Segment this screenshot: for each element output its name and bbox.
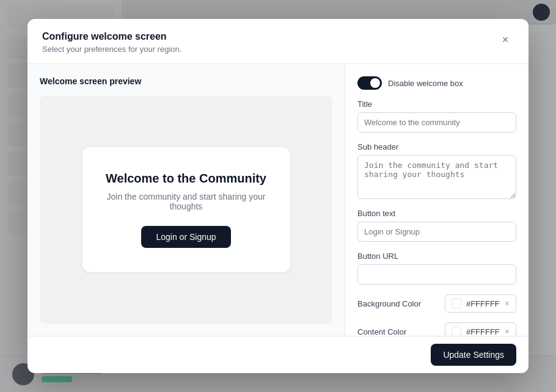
button-url-input[interactable] <box>357 264 516 285</box>
toggle-label: Disable welcome box <box>388 79 463 88</box>
content-color-input-wrap[interactable]: #FFFFFF × <box>445 322 516 336</box>
toggle-thumb <box>370 78 380 88</box>
content-color-swatch <box>452 327 461 336</box>
configure-modal: Configure welcome screen Select your pre… <box>27 19 529 373</box>
title-label: Title <box>357 100 516 109</box>
modal-header-text: Configure welcome screen Select your pre… <box>42 31 181 54</box>
toggle-track[interactable] <box>357 76 382 90</box>
subheader-field-group: Sub header <box>357 142 516 199</box>
content-color-clear-button[interactable]: × <box>505 327 510 336</box>
background-color-clear-button[interactable]: × <box>505 299 510 308</box>
content-color-label: Content Color <box>357 327 406 336</box>
modal-close-button[interactable]: × <box>497 31 514 48</box>
modal-subtitle: Select your preferences for your region. <box>42 45 181 54</box>
preview-card-title: Welcome to the Community <box>102 172 271 186</box>
button-text-field-group: Button text <box>357 209 516 242</box>
background-color-row: Background Color #FFFFFF × <box>357 294 516 313</box>
subheader-label: Sub header <box>357 142 516 151</box>
title-field-group: Title <box>357 100 516 132</box>
modal-overlay: Configure welcome screen Select your pre… <box>0 0 556 392</box>
button-url-label: Button URL <box>357 252 516 261</box>
preview-section-label: Welcome screen preview <box>40 76 332 86</box>
modal-body: Welcome screen preview Welcome to the Co… <box>27 64 529 336</box>
background-color-input-wrap[interactable]: #FFFFFF × <box>445 294 516 313</box>
button-text-input[interactable] <box>357 222 516 242</box>
title-input[interactable] <box>357 112 516 132</box>
subheader-textarea[interactable] <box>357 155 516 199</box>
preview-card: Welcome to the Community Join the commun… <box>82 147 290 272</box>
disable-welcome-toggle[interactable] <box>357 76 382 90</box>
content-color-value: #FFFFFF <box>466 327 500 336</box>
preview-panel: Welcome screen preview Welcome to the Co… <box>27 64 345 336</box>
background-color-value: #FFFFFF <box>466 299 500 308</box>
modal-header: Configure welcome screen Select your pre… <box>27 19 529 64</box>
preview-area: Welcome to the Community Join the commun… <box>40 96 332 324</box>
modal-title: Configure welcome screen <box>42 31 181 42</box>
button-url-field-group: Button URL <box>357 252 516 285</box>
preview-card-subtitle: Join the community and start sharing you… <box>102 192 271 211</box>
disable-welcome-toggle-row: Disable welcome box <box>357 76 516 90</box>
background-color-swatch <box>452 299 461 308</box>
background-color-label: Background Color <box>357 299 421 308</box>
modal-footer: Update Settings <box>27 336 529 373</box>
settings-panel: Disable welcome box Title Sub header But… <box>345 64 529 336</box>
preview-card-button[interactable]: Login or Signup <box>141 226 230 248</box>
content-color-row: Content Color #FFFFFF × <box>357 322 516 336</box>
update-settings-button[interactable]: Update Settings <box>431 344 516 366</box>
button-text-label: Button text <box>357 209 516 218</box>
